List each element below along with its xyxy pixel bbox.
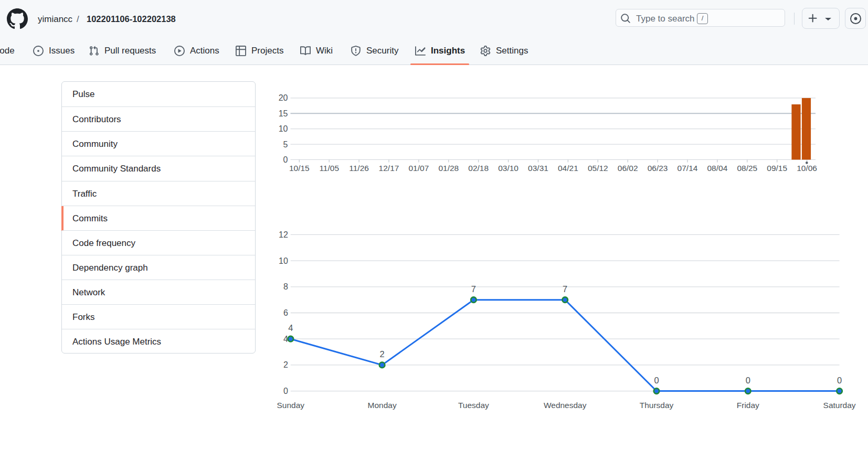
svg-text:11/26: 11/26 — [349, 164, 369, 173]
svg-text:Friday: Friday — [737, 401, 759, 410]
svg-text:03/31: 03/31 — [528, 164, 548, 173]
svg-text:08/25: 08/25 — [737, 164, 757, 173]
svg-text:01/07: 01/07 — [409, 164, 429, 173]
svg-text:20: 20 — [279, 93, 288, 102]
svg-text:Saturday: Saturday — [823, 401, 856, 410]
svg-text:10/06: 10/06 — [797, 164, 817, 173]
svg-text:06/02: 06/02 — [618, 164, 638, 173]
svg-text:8: 8 — [283, 282, 288, 291]
svg-text:0: 0 — [746, 376, 750, 385]
svg-text:12/17: 12/17 — [379, 164, 399, 173]
svg-text:0: 0 — [654, 376, 659, 385]
svg-text:11/05: 11/05 — [319, 164, 339, 173]
svg-text:02/18: 02/18 — [468, 164, 489, 173]
svg-text:7: 7 — [471, 284, 476, 294]
svg-text:06/23: 06/23 — [648, 164, 668, 173]
svg-text:10: 10 — [279, 256, 288, 265]
svg-text:Tuesday: Tuesday — [458, 401, 489, 410]
svg-text:0: 0 — [837, 376, 842, 385]
svg-text:0: 0 — [283, 155, 288, 164]
svg-text:7: 7 — [563, 284, 567, 294]
svg-text:Monday: Monday — [368, 401, 397, 410]
svg-text:2: 2 — [380, 349, 385, 359]
svg-text:10: 10 — [279, 124, 288, 133]
svg-text:Thursday: Thursday — [640, 401, 674, 410]
svg-text:15: 15 — [279, 109, 288, 118]
svg-text:10/15: 10/15 — [289, 164, 310, 173]
svg-text:Wednesday: Wednesday — [544, 401, 587, 410]
svg-text:0: 0 — [283, 387, 288, 395]
svg-text:08/04: 08/04 — [707, 164, 728, 173]
svg-text:Sunday: Sunday — [277, 401, 305, 410]
svg-text:2: 2 — [283, 360, 288, 369]
svg-text:12: 12 — [279, 230, 288, 239]
svg-text:04/21: 04/21 — [558, 164, 578, 173]
svg-text:07/14: 07/14 — [678, 164, 698, 173]
svg-text:5: 5 — [283, 140, 288, 149]
svg-text:05/12: 05/12 — [588, 164, 608, 173]
svg-text:03/10: 03/10 — [498, 164, 518, 173]
svg-text:4: 4 — [288, 323, 293, 333]
svg-text:09/15: 09/15 — [767, 164, 787, 173]
svg-text:6: 6 — [283, 308, 288, 317]
svg-text:01/28: 01/28 — [438, 164, 459, 173]
